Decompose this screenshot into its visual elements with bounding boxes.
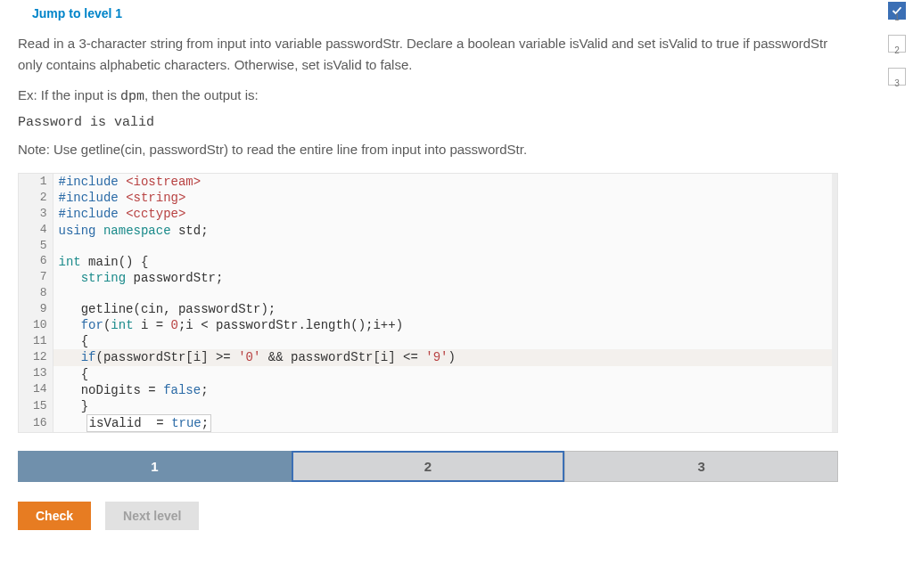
- code-line[interactable]: 15 }: [19, 398, 837, 414]
- code-line[interactable]: 9 getline(cin, passwordStr);: [19, 301, 837, 317]
- code-cell[interactable]: #include <iostream>: [53, 174, 832, 190]
- code-cell[interactable]: isValid = true;: [53, 414, 832, 432]
- line-number: 8: [19, 286, 53, 301]
- code-cell[interactable]: for(int i = 0;i < passwordStr.length();i…: [53, 317, 832, 333]
- buttons-row: Check Next level: [18, 502, 838, 530]
- code-line[interactable]: 13 {: [19, 366, 837, 382]
- code-line[interactable]: 10 for(int i = 0;i < passwordStr.length(…: [19, 317, 837, 333]
- example-input: dpm: [120, 89, 144, 104]
- line-number: 3: [19, 206, 53, 222]
- line-number: 7: [19, 270, 53, 286]
- example-line: Ex: If the input is dpm, then the output…: [18, 85, 838, 108]
- code-cell[interactable]: getline(cin, passwordStr);: [53, 301, 832, 317]
- line-number: 6: [19, 254, 53, 270]
- code-cell[interactable]: {: [53, 333, 832, 349]
- line-number: 12: [19, 349, 53, 365]
- code-cell[interactable]: #include <cctype>: [53, 206, 832, 222]
- code-line[interactable]: 8: [19, 286, 837, 301]
- code-cell[interactable]: }: [53, 398, 832, 414]
- code-line[interactable]: 11 {: [19, 333, 837, 349]
- line-number: 1: [19, 174, 53, 190]
- code-cell[interactable]: [53, 239, 832, 254]
- progress-boxes: 123: [888, 2, 906, 88]
- progress-label: 1: [894, 12, 900, 22]
- code-line[interactable]: 1#include <iostream>: [19, 174, 837, 190]
- code-cell[interactable]: string passwordStr;: [53, 270, 832, 286]
- tab-3[interactable]: 3: [564, 451, 838, 482]
- code-line[interactable]: 5: [19, 239, 837, 254]
- line-number: 16: [19, 414, 53, 432]
- code-line[interactable]: 12 if(passwordStr[i] >= '0' && passwordS…: [19, 349, 837, 365]
- code-cell[interactable]: [53, 286, 832, 301]
- code-cell[interactable]: noDigits = false;: [53, 382, 832, 398]
- code-line[interactable]: 7 string passwordStr;: [19, 270, 837, 286]
- code-line[interactable]: 2#include <string>: [19, 190, 837, 206]
- code-cell[interactable]: if(passwordStr[i] >= '0' && passwordStr[…: [53, 349, 832, 365]
- example-prefix: Ex: If the input is: [18, 87, 120, 102]
- jump-link[interactable]: Jump to level 1: [32, 6, 122, 20]
- code-cell[interactable]: using namespace std;: [53, 223, 832, 239]
- instruction-text: Read in a 3-character string from input …: [18, 33, 838, 76]
- code-cell[interactable]: {: [53, 366, 832, 382]
- code-cell[interactable]: int main() {: [53, 254, 832, 270]
- line-number: 14: [19, 382, 53, 398]
- line-number: 10: [19, 317, 53, 333]
- tab-2[interactable]: 2: [292, 451, 565, 482]
- line-number: 15: [19, 398, 53, 414]
- example-suffix: , then the output is:: [144, 87, 259, 102]
- example-output: Password is valid: [18, 115, 838, 130]
- note-text: Note: Use getline(cin, passwordStr) to r…: [18, 139, 838, 160]
- code-line[interactable]: 3#include <cctype>: [19, 206, 837, 222]
- check-button[interactable]: Check: [18, 502, 91, 530]
- tab-1[interactable]: 1: [18, 451, 292, 482]
- code-line[interactable]: 6int main() {: [19, 254, 837, 270]
- code-editor[interactable]: 1#include <iostream>2#include <string>3#…: [18, 173, 838, 433]
- line-number: 9: [19, 301, 53, 317]
- line-number: 13: [19, 366, 53, 382]
- line-number: 4: [19, 223, 53, 239]
- code-line[interactable]: 14 noDigits = false;: [19, 382, 837, 398]
- code-line[interactable]: 16 isValid = true;: [19, 414, 837, 432]
- next-level-button: Next level: [105, 502, 199, 530]
- line-number: 11: [19, 333, 53, 349]
- code-cell[interactable]: #include <string>: [53, 190, 832, 206]
- progress-label: 2: [894, 45, 900, 55]
- line-number: 2: [19, 190, 53, 206]
- line-number: 5: [19, 239, 53, 254]
- tabs-row: 123: [18, 451, 838, 482]
- code-line[interactable]: 4using namespace std;: [19, 223, 837, 239]
- progress-label: 3: [894, 78, 900, 88]
